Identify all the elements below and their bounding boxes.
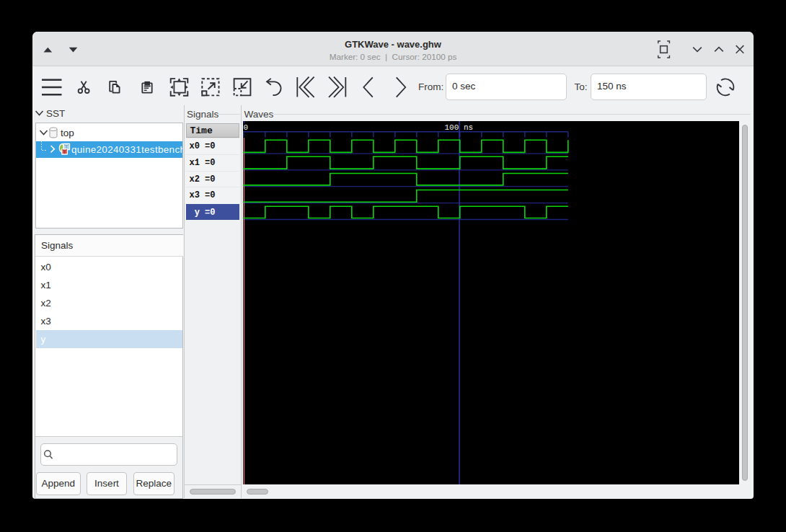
svg-text:To:: To: <box>575 81 588 92</box>
svg-text:From:: From: <box>418 81 443 92</box>
svg-text:0: 0 <box>244 123 249 132</box>
svg-text:100 ns: 100 ns <box>445 123 474 132</box>
